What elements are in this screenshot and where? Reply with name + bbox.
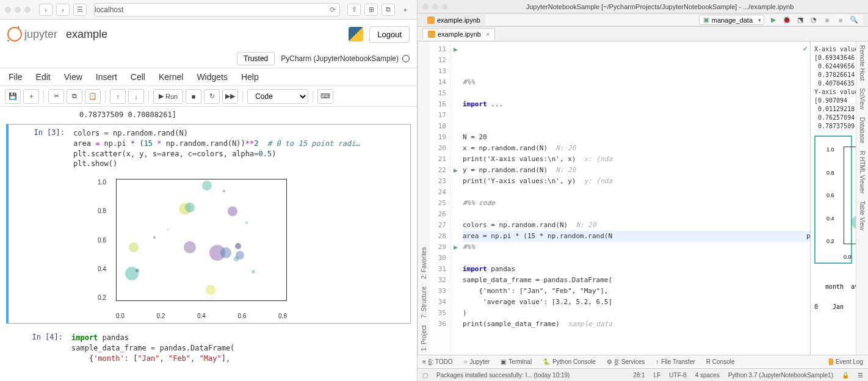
menu-file[interactable]: File: [9, 72, 23, 82]
output-dataframe: month average value 0 Jan 3.2: [814, 270, 852, 324]
cell-3-code[interactable]: colors = np.random.rand(N) area = np.pi …: [73, 128, 407, 169]
run-config-select[interactable]: ▣manage_data: [699, 15, 764, 25]
mini-yticks: 1.00.80.60.40.2: [826, 147, 834, 244]
window-controls: [5, 7, 31, 13]
ide-min-dot[interactable]: [432, 4, 438, 10]
concurrency-icon[interactable]: ≡: [823, 16, 831, 24]
status-window-icon[interactable]: ▢: [422, 372, 428, 379]
command-palette-button[interactable]: ⌨: [317, 89, 333, 104]
tab-file-transfer[interactable]: ↕ File Transfer: [656, 358, 695, 365]
notebook-title[interactable]: example: [66, 28, 107, 41]
tool-database[interactable]: Database: [859, 117, 866, 143]
paste-button[interactable]: 📋: [85, 89, 101, 104]
add-cell-button[interactable]: ＋: [23, 89, 39, 104]
tab-python-console[interactable]: 🐍 Python Console: [543, 358, 596, 365]
menu-kernel[interactable]: Kernel: [159, 72, 183, 82]
status-notif-icon[interactable]: ☰: [858, 372, 863, 379]
tabs-button[interactable]: ⧉: [382, 4, 395, 16]
copy-button[interactable]: ⧉: [67, 89, 82, 104]
tab-event-log[interactable]: ! Event Log: [829, 358, 863, 365]
tab-todo[interactable]: ≡ 6: TODO: [422, 358, 453, 365]
tab-terminal[interactable]: ▣ Terminal: [501, 358, 532, 365]
stop-button[interactable]: ■: [186, 89, 201, 104]
status-encoding[interactable]: UTF-8: [669, 372, 686, 379]
ipynb-icon: [427, 16, 435, 24]
script-icon: ▣: [703, 16, 709, 24]
breadcrumb-tab[interactable]: example.ipynb: [422, 15, 485, 25]
forward-button[interactable]: ›: [56, 4, 70, 16]
output-scatter-plot[interactable]: 1.00.80.60.40.2 0.00.20.40.60.8: [814, 136, 852, 264]
ide-close-dot[interactable]: [422, 4, 429, 10]
logout-button[interactable]: Logout: [369, 26, 410, 43]
reload-icon[interactable]: ⟳: [330, 5, 336, 14]
min-dot[interactable]: [15, 7, 21, 13]
trusted-button[interactable]: Trusted: [237, 52, 275, 65]
debug-icon[interactable]: 🐞: [783, 16, 791, 24]
cut-button[interactable]: ✂: [48, 89, 64, 104]
menu-widgets[interactable]: Widgets: [197, 72, 228, 82]
save-button[interactable]: 💾: [5, 89, 21, 104]
sidebar-button[interactable]: ☰: [73, 4, 87, 16]
tool-project[interactable]: 1: Project: [421, 325, 427, 351]
add-tab-button[interactable]: +: [399, 4, 412, 16]
share-button[interactable]: ⇪: [347, 4, 361, 16]
menu-cell[interactable]: Cell: [131, 72, 145, 82]
close-tab-icon[interactable]: ×: [486, 31, 490, 38]
status-bar: ▢ Packages installed successfully: I... …: [418, 368, 868, 381]
ide-max-dot[interactable]: [442, 4, 448, 10]
status-readonly-icon[interactable]: 🔒: [842, 372, 849, 379]
editor-tab[interactable]: example.ipynb×: [422, 28, 495, 40]
max-dot[interactable]: [24, 7, 31, 13]
tab-r-console[interactable]: R Console: [706, 358, 735, 365]
menu-edit[interactable]: Edit: [36, 72, 51, 82]
run-icon[interactable]: ▶: [769, 16, 778, 24]
tool-r-html[interactable]: R HTML Viewer: [859, 151, 866, 194]
inspection-ok-icon: ✔: [803, 43, 808, 54]
menu-insert[interactable]: Insert: [96, 72, 117, 82]
status-interpreter[interactable]: Python 3.7 (JupyterNotebookSample1): [728, 372, 833, 379]
tool-sciview[interactable]: SciView: [859, 88, 866, 109]
search-icon[interactable]: 🔍: [850, 16, 858, 24]
move-up-button[interactable]: ↑: [110, 89, 126, 104]
menu-help[interactable]: Help: [241, 72, 259, 82]
ide-titlebar: JupyterNotebookSample [~/PycharmProjects…: [418, 0, 868, 13]
data-point: [228, 206, 237, 216]
menu-view[interactable]: View: [64, 72, 82, 82]
mini-plot-frame: [844, 147, 856, 244]
cell-4[interactable]: In [4]: import pandas sample_data_frame …: [6, 328, 411, 368]
celltype-select[interactable]: Code: [247, 89, 308, 104]
left-tool-window-bar[interactable]: 1: Project 7: Structure 2: Favorites: [418, 42, 430, 355]
data-point: [235, 243, 241, 249]
profile-icon[interactable]: ◔: [809, 16, 818, 24]
cell-4-code[interactable]: import pandas sample_data_frame = pandas…: [71, 333, 407, 363]
run-gutter[interactable]: ▶ ▶ ▶: [450, 42, 460, 355]
address-bar[interactable]: localhost ⟳: [94, 3, 340, 16]
cell-3[interactable]: In [3]: colors = np.random.rand(N) area …: [6, 124, 411, 324]
tab-services[interactable]: ⚙ 8: Services: [607, 358, 645, 365]
right-tool-window-bar[interactable]: Remote Host SciView Database R HTML View…: [856, 42, 868, 355]
run-button[interactable]: ▶ Run: [153, 89, 183, 104]
bottom-tool-tabs: ≡ 6: TODO ○ Jupyter ▣ Terminal 🐍 Python …: [418, 355, 868, 368]
code-editor[interactable]: ✔ #%% import ... N = 20x = np.random.ran…: [460, 42, 810, 355]
tool-table-view[interactable]: Table View: [859, 201, 866, 230]
back-button[interactable]: ‹: [39, 4, 52, 16]
tool-favorites[interactable]: 2: Favorites: [421, 247, 427, 279]
restart-button[interactable]: ↻: [204, 89, 220, 104]
notebook-area: 0.78737509 0.70808261] In [3]: colors = …: [0, 107, 417, 381]
status-lf[interactable]: LF: [654, 372, 661, 379]
kernel-indicator[interactable]: PyCharm (JupyterNotebookSample): [281, 54, 410, 63]
ide-window-title: JupyterNotebookSample [~/PycharmProjects…: [457, 3, 863, 10]
tool-structure[interactable]: 7: Structure: [421, 286, 427, 318]
close-dot[interactable]: [5, 7, 11, 13]
restart-run-all-button[interactable]: ▶▶: [222, 89, 238, 104]
new-tab-button[interactable]: ⊞: [364, 4, 378, 16]
tab-jupyter[interactable]: ○ Jupyter: [464, 358, 490, 365]
jupyter-logo[interactable]: jupyter: [7, 27, 57, 42]
stop-icon[interactable]: ■: [836, 16, 845, 24]
move-down-button[interactable]: ↓: [128, 89, 144, 104]
tool-remote-host[interactable]: Remote Host: [859, 45, 866, 81]
status-pos[interactable]: 28:1: [633, 372, 645, 379]
status-indent[interactable]: 4 spaces: [695, 372, 720, 379]
kernel-name: PyCharm (JupyterNotebookSample): [281, 54, 399, 63]
coverage-icon[interactable]: ⬔: [796, 16, 805, 24]
